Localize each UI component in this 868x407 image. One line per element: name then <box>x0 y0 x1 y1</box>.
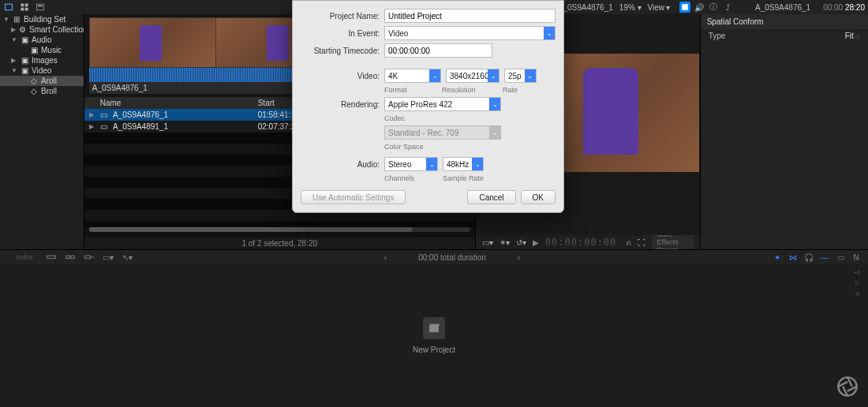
rendering-label: Rendering: <box>301 100 380 109</box>
audio-channels-select[interactable]: Stereo⌄ <box>384 157 438 171</box>
svg-rect-2 <box>25 4 28 7</box>
codec-sublabel: Codec <box>384 114 405 122</box>
inspector-type-label: Type <box>709 32 726 40</box>
timeline-placeholder[interactable]: New Project +6 0 -6 <box>0 264 868 407</box>
clapperboard-icon <box>423 317 445 339</box>
clip-name-cell: ▭ A_0S9A4876_1 <box>95 109 253 121</box>
sidebar-item-music[interactable]: ▣Music <box>0 45 84 55</box>
inspector-panel: Spatial Conform Type Fit <box>700 14 868 249</box>
media-icon[interactable] <box>19 2 30 13</box>
disclosure-triangle-icon[interactable]: ▼ <box>11 36 17 43</box>
keyword-icon: ◇ <box>30 88 38 95</box>
sidebar-item-label: Music <box>41 46 62 54</box>
zoom-level[interactable]: 19% ▾ <box>619 3 642 12</box>
loop-icon[interactable]: ⎌ <box>626 237 631 248</box>
svg-rect-3 <box>21 8 24 11</box>
tl-solo-icon[interactable]: N <box>851 252 862 263</box>
svg-rect-10 <box>71 256 74 259</box>
disclosure-triangle-icon[interactable]: ▶ <box>84 121 95 132</box>
viewer-timecode: 00:00:00:00 <box>545 237 616 248</box>
sidebar-item-video[interactable]: ▼▣Video <box>0 65 84 76</box>
viewer-clip-name: A_0S9A4876_1 <box>558 3 613 12</box>
audio-meter-scale: +6 0 -6 <box>849 267 865 299</box>
clip-name-cell: ▭ A_0S9A4891_1 <box>95 121 253 133</box>
disclosure-triangle-icon[interactable]: ▶ <box>84 110 95 120</box>
info-icon[interactable]: ⓘ <box>708 2 719 13</box>
sidebar-item-audio[interactable]: ▼▣Audio <box>0 35 84 45</box>
clip-icon: ▭ <box>100 110 111 119</box>
in-event-label: In Event: <box>301 29 380 38</box>
display-options-icon[interactable]: ▭▾ <box>482 237 493 248</box>
sidebar-item-label: Audio <box>32 35 52 44</box>
in-event-select[interactable]: Video⌄ <box>384 26 556 40</box>
tl-audio-icon[interactable]: 🎧 <box>803 252 814 263</box>
color-space-sublabel: Color Space <box>384 143 424 151</box>
start-tc-input[interactable] <box>384 43 492 58</box>
connect-clip-icon[interactable] <box>46 252 57 263</box>
folder-icon: ▣ <box>21 57 28 65</box>
sidebar-item-broll[interactable]: ◇Broll <box>0 86 84 96</box>
folder-icon: ▣ <box>21 67 28 75</box>
audio-icon[interactable]: 🔊 <box>694 2 705 13</box>
video-format-select[interactable]: 4K⌄ <box>384 69 441 83</box>
folder-icon: ▣ <box>21 36 28 44</box>
tl-transition-icon[interactable]: ⋈ <box>788 252 799 263</box>
fullscreen-icon[interactable]: ⛶ <box>638 237 645 248</box>
sidebar-item-building-set[interactable]: ▼⊞Building Set <box>0 14 84 24</box>
titles-icon[interactable] <box>35 2 46 13</box>
sidebar-item-aroll[interactable]: ◇Aroll <box>0 76 84 86</box>
enhance-icon[interactable]: ✶▾ <box>499 237 510 248</box>
start-tc-label: Starting Timecode: <box>301 47 380 55</box>
arrow-tool-icon[interactable]: ↖▾ <box>122 252 133 263</box>
svg-rect-4 <box>25 8 28 11</box>
svg-rect-9 <box>66 256 69 259</box>
project-name-label: Project Name: <box>301 12 380 21</box>
rendering-codec-select[interactable]: Apple ProRes 422⌄ <box>384 97 501 111</box>
svg-rect-8 <box>47 256 56 259</box>
sidebar-item-label: Smart Collections <box>29 25 84 34</box>
video-label: Video: <box>301 72 380 80</box>
video-resolution-select[interactable]: 3840x2160⌄ <box>446 69 499 83</box>
timeline-duration: ‹00:00 total duration› <box>140 253 764 262</box>
sidebar-item-images[interactable]: ▶▣Images <box>0 55 84 65</box>
view-menu[interactable]: View ▾ <box>648 3 671 12</box>
index-button[interactable]: Index <box>16 253 33 261</box>
audio-label: Audio: <box>301 160 380 169</box>
smart-icon: ⚙ <box>19 26 26 34</box>
disclosure-triangle-icon[interactable]: ▼ <box>3 16 9 23</box>
disclosure-triangle-icon[interactable]: ▶ <box>11 26 16 33</box>
inspector-section: Spatial Conform <box>701 14 868 29</box>
inspector-timecode: 00:00 28:20 <box>823 3 865 12</box>
play-button[interactable]: ▶ <box>533 238 539 247</box>
overwrite-clip-icon[interactable]: ▭▾ <box>103 252 114 263</box>
share-icon[interactable]: ⤴ <box>722 2 733 13</box>
append-clip-icon[interactable] <box>84 252 95 263</box>
disclosure-triangle-icon[interactable]: ▼ <box>11 67 17 74</box>
library-icon[interactable] <box>3 2 14 13</box>
retime-icon[interactable]: ↺▾ <box>516 237 526 248</box>
project-name-input[interactable] <box>384 9 556 23</box>
svg-rect-1 <box>21 4 24 7</box>
video-rate-select[interactable]: 25p⌄ <box>504 69 537 83</box>
svg-rect-7 <box>682 4 688 10</box>
sidebar-item-label: Video <box>32 66 51 75</box>
cancel-button[interactable]: Cancel <box>467 190 515 204</box>
audio-samplerate-select[interactable]: 48kHz⌄ <box>443 157 484 171</box>
col-name[interactable]: Name <box>95 97 253 109</box>
svg-rect-6 <box>38 6 43 7</box>
ok-button[interactable]: OK <box>521 190 556 204</box>
insert-clip-icon[interactable] <box>65 252 76 263</box>
horizontal-scrollbar[interactable] <box>89 227 470 232</box>
sidebar-item-smart-collections[interactable]: ▶⚙Smart Collections <box>0 24 84 35</box>
inspector-type-value[interactable]: Fit <box>845 32 860 40</box>
keyword-icon: ◇ <box>30 77 38 85</box>
timeline-toolbar: Index ▭▾ ↖▾ ‹00:00 total duration› ✦ ⋈ 🎧… <box>0 250 868 264</box>
svg-point-12 <box>838 377 856 395</box>
video-scope-icon[interactable] <box>679 2 690 13</box>
tl-snap-icon[interactable]: — <box>819 252 830 263</box>
use-automatic-settings-button[interactable]: Use Automatic Settings <box>301 190 406 204</box>
disclosure-triangle-icon[interactable]: ▶ <box>11 57 17 64</box>
tl-effects-icon[interactable]: ✦ <box>772 252 783 263</box>
tl-skimming-icon[interactable]: ▭ <box>835 252 846 263</box>
aperture-watermark-icon <box>836 375 859 398</box>
